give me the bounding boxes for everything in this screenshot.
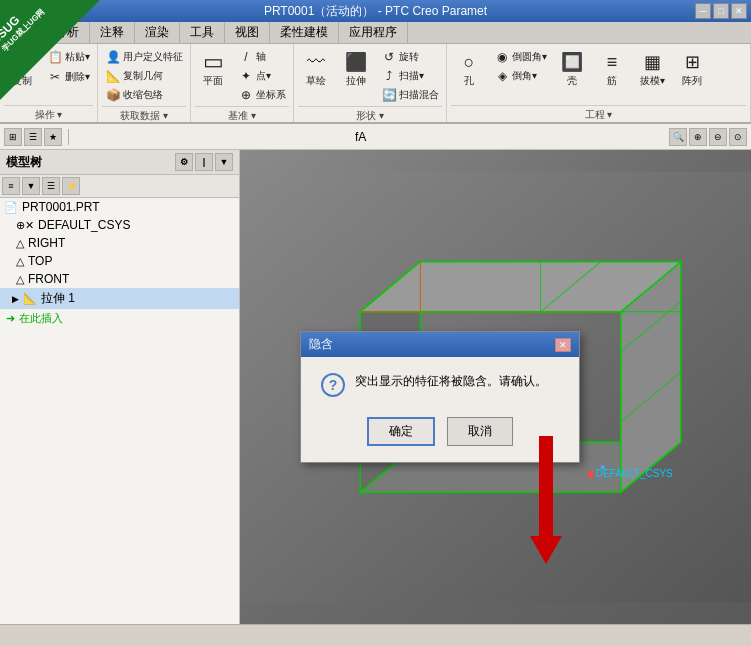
extrude-tree-icon: 📐 <box>23 292 37 305</box>
tab-home[interactable]: 主页 <box>0 22 45 44</box>
plane-label: 平面 <box>203 74 223 88</box>
tree-item-front[interactable]: △ FRONT <box>0 270 239 288</box>
prt-icon: 📄 <box>4 201 18 214</box>
copy-button[interactable]: ⧉ 复制 <box>4 48 40 90</box>
dialog-message-area: ? 突出显示的特征将被隐含。请确认。 <box>321 373 559 397</box>
tree-btn-1[interactable]: ≡ <box>2 177 20 195</box>
minimize-button[interactable]: ─ <box>695 3 711 19</box>
shrink-wrap-button[interactable]: 📦 收缩包络 <box>102 86 186 104</box>
model-tree-panel: 模型树 ⚙ | ▼ ≡ ▼ ☰ ⚡ 📄 PRT0001.PRT ⊕✕ DEFAU… <box>0 150 240 624</box>
tree-btn-2[interactable]: ▼ <box>22 177 40 195</box>
status-bar <box>0 624 751 646</box>
zoom-out-button[interactable]: ⊖ <box>709 128 727 146</box>
revolve-label: 旋转 <box>399 50 419 64</box>
getdata-group-label: 获取数据 ▾ <box>102 106 186 123</box>
csys-button[interactable]: ⊕ 坐标系 <box>235 86 289 104</box>
paste-icon: 📋 <box>47 49 63 65</box>
copy-geom-icon: 📐 <box>105 68 121 84</box>
dialog-title: 隐含 <box>309 336 333 353</box>
dialog-close-button[interactable]: ✕ <box>555 338 571 352</box>
window-title: PRT0001（活动的） - PTC Creo Paramet <box>264 3 487 20</box>
round-label: 倒圆角▾ <box>512 50 547 64</box>
cancel-button[interactable]: 取消 <box>447 417 513 446</box>
sketch-button[interactable]: 〰 草绘 <box>298 48 334 90</box>
shrink-wrap-icon: 📦 <box>105 87 121 103</box>
copy-icon: ⧉ <box>10 50 34 74</box>
sweep-button[interactable]: ⤴ 扫描▾ <box>378 67 442 85</box>
tree-filter-button[interactable]: ▼ <box>215 153 233 171</box>
prt-label: PRT0001.PRT <box>22 200 100 214</box>
ribbon-group-operations-content: ⧉ 复制 📋 粘贴▾ ✂ 删除▾ <box>4 48 93 103</box>
tab-tools[interactable]: 工具 <box>180 22 225 43</box>
tab-render[interactable]: 渲染 <box>135 22 180 43</box>
paste-button[interactable]: 📋 粘贴▾ <box>44 48 93 66</box>
maximize-button[interactable]: □ <box>713 3 729 19</box>
tab-analyze[interactable]: 分析 <box>45 22 90 43</box>
right-icon: △ <box>16 237 24 250</box>
axis-label: 轴 <box>256 50 266 64</box>
axis-button[interactable]: / 轴 <box>235 48 289 66</box>
close-button[interactable]: ✕ <box>731 3 747 19</box>
chamfer-button[interactable]: ◈ 倒角▾ <box>491 67 550 85</box>
grid-view-button[interactable]: ⊞ <box>4 128 22 146</box>
delete-button[interactable]: ✂ 删除▾ <box>44 68 93 86</box>
zoom-in-button[interactable]: ⊕ <box>689 128 707 146</box>
ribbon-group-getdata-content: 👤 用户定义特征 📐 复制几何 📦 收缩包络 <box>102 48 186 104</box>
hole-button[interactable]: ○ 孔 <box>451 48 487 90</box>
ribbon-group-datum: ▭ 平面 / 轴 ✦ 点▾ ⊕ 坐标系 基准 ▾ <box>191 44 294 122</box>
dialog-title-bar: 隐含 ✕ <box>301 332 579 357</box>
hole-label: 孔 <box>464 74 474 88</box>
csys-icon: ⊕ <box>238 87 254 103</box>
copy-geom-button[interactable]: 📐 复制几何 <box>102 67 186 85</box>
shell-button[interactable]: 🔲 壳 <box>554 48 590 90</box>
point-button[interactable]: ✦ 点▾ <box>235 67 289 85</box>
tree-item-default-csys[interactable]: ⊕✕ DEFAULT_CSYS <box>0 216 239 234</box>
window-controls: ─ □ ✕ <box>695 3 747 19</box>
copy-label: 复制 <box>12 74 32 88</box>
main-viewport[interactable]: DEFAULT_CSYS 隐含 ✕ ? 突出显示的特征将被隐含。请确认。 确定 <box>240 150 751 624</box>
ribbon-group-datum-content: ▭ 平面 / 轴 ✦ 点▾ ⊕ 坐标系 <box>195 48 289 104</box>
tree-item-prt0001[interactable]: 📄 PRT0001.PRT <box>0 198 239 216</box>
point-icon: ✦ <box>238 68 254 84</box>
tree-btn-3[interactable]: ☰ <box>42 177 60 195</box>
title-bar: PRT0001（活动的） - PTC Creo Paramet ─ □ ✕ <box>0 0 751 22</box>
swept-blend-button[interactable]: 🔄 扫描混合 <box>378 86 442 104</box>
swept-blend-icon: 🔄 <box>381 87 397 103</box>
rib-button[interactable]: ≡ 筋 <box>594 48 630 90</box>
toolbar-divider <box>68 129 69 145</box>
tree-item-extrude1[interactable]: ▶ 📐 拉伸 1 <box>0 288 239 309</box>
ribbon-group-engineering: ○ 孔 ◉ 倒圆角▾ ◈ 倒角▾ 🔲 壳 ≡ 筋 <box>447 44 751 122</box>
pattern-icon: ⊞ <box>680 50 704 74</box>
tab-apps[interactable]: 应用程序 <box>339 22 408 43</box>
chamfer-icon: ◈ <box>494 68 510 84</box>
user-feature-button[interactable]: 👤 用户定义特征 <box>102 48 186 66</box>
draft-icon: ▦ <box>640 50 664 74</box>
revolve-button[interactable]: ↺ 旋转 <box>378 48 442 66</box>
tree-item-top[interactable]: △ TOP <box>0 252 239 270</box>
tree-settings-button[interactable]: ⚙ <box>175 153 193 171</box>
tab-view[interactable]: 视图 <box>225 22 270 43</box>
draft-button[interactable]: ▦ 拔模▾ <box>634 48 670 90</box>
model-tree-title: 模型树 <box>6 154 42 171</box>
tab-flex-model[interactable]: 柔性建模 <box>270 22 339 43</box>
star-button[interactable]: ★ <box>44 128 62 146</box>
list-view-button[interactable]: ☰ <box>24 128 42 146</box>
tree-item-right[interactable]: △ RIGHT <box>0 234 239 252</box>
content-area: 模型树 ⚙ | ▼ ≡ ▼ ☰ ⚡ 📄 PRT0001.PRT ⊕✕ DEFAU… <box>0 150 751 624</box>
confirm-button[interactable]: 确定 <box>367 417 435 446</box>
zoom-fit-button[interactable]: 🔍 <box>669 128 687 146</box>
zoom-reset-button[interactable]: ⊙ <box>729 128 747 146</box>
pattern-button[interactable]: ⊞ 阵列 <box>674 48 710 90</box>
font-indicator: fA <box>355 130 366 144</box>
plane-button[interactable]: ▭ 平面 <box>195 48 231 90</box>
tab-annotate[interactable]: 注释 <box>90 22 135 43</box>
arrow-head <box>530 536 562 564</box>
datum-group-label: 基准 ▾ <box>195 106 289 123</box>
round-button[interactable]: ◉ 倒圆角▾ <box>491 48 550 66</box>
tree-btn-4[interactable]: ⚡ <box>62 177 80 195</box>
arrow-shaft <box>539 436 553 536</box>
ribbon-group-operations: ⧉ 复制 📋 粘贴▾ ✂ 删除▾ 操作 ▾ <box>0 44 98 122</box>
extrude-button[interactable]: ⬛ 拉伸 <box>338 48 374 90</box>
axis-icon: / <box>238 49 254 65</box>
tree-columns-button[interactable]: | <box>195 153 213 171</box>
